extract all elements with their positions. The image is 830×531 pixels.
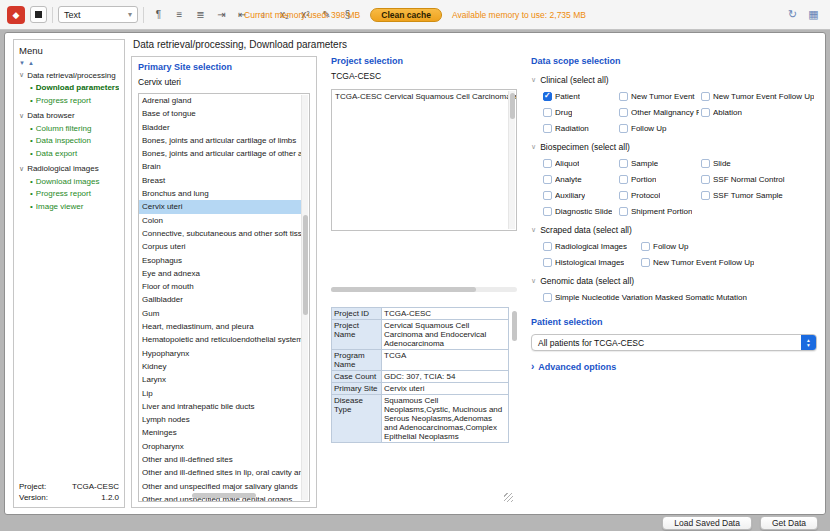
checkbox-option[interactable]: SSF Normal Control xyxy=(701,175,817,184)
menu-tree-item[interactable]: ∨ • Progress report xyxy=(19,188,119,201)
checkbox[interactable] xyxy=(543,175,552,184)
checkbox-option[interactable]: Sample xyxy=(619,159,699,168)
menu-tree-item[interactable]: ∨ • Column filtering xyxy=(19,122,119,135)
checkbox-option[interactable]: Radiation xyxy=(543,124,617,133)
checkbox[interactable] xyxy=(701,175,710,184)
section-scraped-data-header[interactable]: ∨ Scraped data (select all) xyxy=(531,225,817,235)
checkbox-option[interactable]: New Tumor Event Follow Up xyxy=(701,92,817,101)
checkbox[interactable] xyxy=(619,159,628,168)
checkbox[interactable] xyxy=(543,124,552,133)
primary-site-option[interactable]: Lymph nodes xyxy=(139,413,301,426)
project-option[interactable]: TCGA-CESC Cervical Squamous Cell Carcino… xyxy=(332,90,516,101)
checkbox[interactable] xyxy=(543,207,552,216)
checkbox-option[interactable]: Portion xyxy=(619,175,699,184)
menu-tree-item[interactable]: ∨ • Data retrieval/processing xyxy=(19,69,119,82)
primary-site-option[interactable]: Eye and adnexa xyxy=(139,267,301,280)
checkbox-option[interactable]: Patient xyxy=(543,92,617,101)
primary-site-option[interactable]: Bladder xyxy=(139,121,301,134)
primary-site-option[interactable]: Connective, subcutaneous and other soft … xyxy=(139,227,301,240)
checkbox-option[interactable]: Follow Up xyxy=(619,124,699,133)
checkbox[interactable] xyxy=(543,191,552,200)
checkbox[interactable] xyxy=(543,293,552,302)
vertical-scrollbar[interactable] xyxy=(511,307,517,443)
checkbox-option[interactable]: Histological Images xyxy=(543,258,639,267)
menu-tree-item[interactable]: ∨ • Radiological images xyxy=(19,163,119,176)
primary-site-option[interactable]: Cervix uteri xyxy=(139,200,301,213)
checkbox-option[interactable]: Aliquot xyxy=(543,159,617,168)
primary-site-option[interactable]: Bones, joints and articular cartilage of… xyxy=(139,147,301,160)
primary-site-option[interactable]: Base of tongue xyxy=(139,107,301,120)
load-saved-data-button[interactable]: Load Saved Data xyxy=(662,516,752,530)
vertical-scrollbar[interactable] xyxy=(508,91,515,229)
checkbox[interactable] xyxy=(543,258,552,267)
primary-site-option[interactable]: Larynx xyxy=(139,373,301,386)
section-clinical-header[interactable]: ∨ Clinical (select all) xyxy=(531,75,817,85)
checkbox-option[interactable]: Simple Nucleotide Variation Masked Somat… xyxy=(543,293,817,302)
checkbox[interactable] xyxy=(619,92,628,101)
paragraph-icon[interactable]: ¶ xyxy=(149,5,168,24)
primary-site-option[interactable]: Kidney xyxy=(139,360,301,373)
checkbox-option[interactable]: New Tumor Event xyxy=(619,92,699,101)
menu-tree-item[interactable]: ∨ • Data browser xyxy=(19,110,119,123)
refresh-icon[interactable]: ↻ xyxy=(783,5,802,24)
checkbox-option[interactable]: Analyte xyxy=(543,175,617,184)
checkbox-option[interactable]: Other Malignancy Form xyxy=(619,108,699,117)
collapse-all-icon[interactable]: ▲ xyxy=(28,60,37,66)
primary-site-option[interactable]: Oropharynx xyxy=(139,440,301,453)
indent-increase-icon[interactable]: ⇥ xyxy=(212,5,231,24)
primary-site-option[interactable]: Breast xyxy=(139,174,301,187)
primary-site-option[interactable]: Gum xyxy=(139,307,301,320)
horizontal-scrollbar[interactable] xyxy=(331,287,517,292)
checkbox[interactable] xyxy=(543,159,552,168)
clean-cache-button[interactable]: Clean cache xyxy=(370,8,442,22)
stop-button[interactable] xyxy=(30,6,47,23)
checkbox[interactable] xyxy=(543,92,552,101)
text-style-dropdown[interactable]: Text ▾ xyxy=(58,6,138,23)
scrollbar-thumb[interactable] xyxy=(303,215,308,315)
checkbox[interactable] xyxy=(619,191,628,200)
vertical-scrollbar[interactable] xyxy=(301,95,308,500)
menu-tree-item[interactable]: ∨ • Download parameters xyxy=(19,82,119,95)
expand-all-icon[interactable]: ▼ xyxy=(19,60,28,66)
primary-site-option[interactable]: Brain xyxy=(139,160,301,173)
checkbox[interactable] xyxy=(619,108,628,117)
checkbox[interactable] xyxy=(619,207,628,216)
section-biospecimen-header[interactable]: ∨ Biospecimen (select all) xyxy=(531,142,817,152)
checkbox[interactable] xyxy=(641,258,650,267)
checkbox-option[interactable]: Follow Up xyxy=(641,242,817,251)
checkbox[interactable] xyxy=(543,242,552,251)
checkbox[interactable] xyxy=(701,92,710,101)
checkbox[interactable] xyxy=(543,108,552,117)
primary-site-option[interactable]: Corpus uteri xyxy=(139,240,301,253)
grid-view-icon[interactable]: ▦ xyxy=(804,5,823,24)
menu-tree-item[interactable]: ∨ • Download images xyxy=(19,175,119,188)
primary-site-option[interactable]: Other and ill-defined sites xyxy=(139,453,301,466)
checkbox-option[interactable]: Drug xyxy=(543,108,617,117)
checkbox-option[interactable]: New Tumor Event Follow Up xyxy=(641,258,817,267)
primary-site-option[interactable]: Esophagus xyxy=(139,254,301,267)
primary-site-option[interactable]: Floor of mouth xyxy=(139,280,301,293)
scrollbar-thumb[interactable] xyxy=(510,93,515,119)
checkbox-option[interactable]: Auxiliary xyxy=(543,191,617,200)
numbered-list-icon[interactable]: ≣ xyxy=(191,5,210,24)
patient-dropdown[interactable]: All patients for TCGA-CESC ▴▾ xyxy=(531,334,817,351)
checkbox[interactable] xyxy=(701,159,710,168)
primary-site-option[interactable]: Bronchus and lung xyxy=(139,187,301,200)
checkbox[interactable] xyxy=(619,175,628,184)
checkbox-option[interactable]: Ablation xyxy=(701,108,817,117)
primary-site-option[interactable]: Other and unspecified major salivary gla… xyxy=(139,480,301,493)
checkbox-option[interactable]: Protocol xyxy=(619,191,699,200)
advanced-options-link[interactable]: › Advanced options xyxy=(531,362,817,372)
primary-site-option[interactable]: Other and ill-defined sites in lip, oral… xyxy=(139,466,301,479)
checkbox-option[interactable]: Radiological Images xyxy=(543,242,639,251)
checkbox[interactable] xyxy=(701,191,710,200)
get-data-button[interactable]: Get Data xyxy=(760,516,818,530)
scrollbar-thumb[interactable] xyxy=(512,311,517,341)
primary-site-option[interactable]: Adrenal gland xyxy=(139,94,301,107)
scrollbar-thumb[interactable] xyxy=(331,287,476,292)
checkbox-option[interactable]: Shipment Portion xyxy=(619,207,699,216)
primary-site-option[interactable]: Gallbladder xyxy=(139,293,301,306)
menu-tree-item[interactable]: ∨ • Progress report xyxy=(19,94,119,107)
primary-site-option[interactable]: Meninges xyxy=(139,426,301,439)
primary-site-option[interactable]: Lip xyxy=(139,387,301,400)
